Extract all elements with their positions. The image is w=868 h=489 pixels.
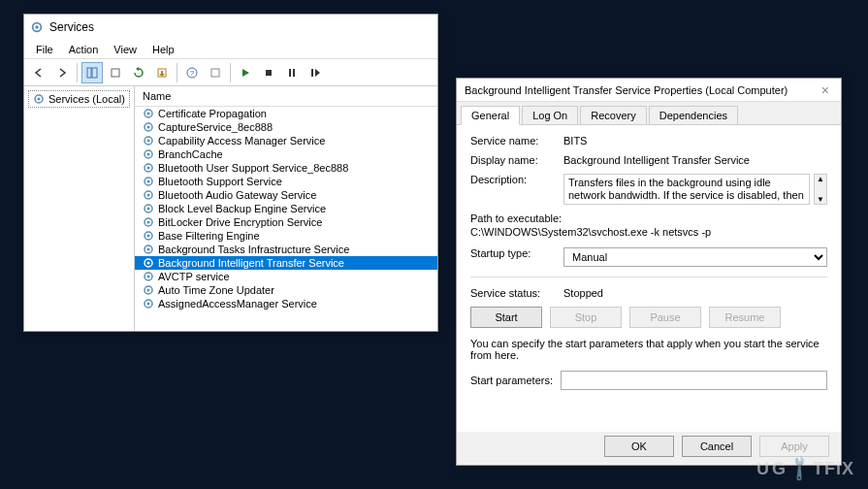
service-row[interactable]: Background Intelligent Transfer Service [135, 256, 437, 270]
back-button[interactable] [28, 62, 49, 83]
watermark: U G 🔧 TFIX [756, 458, 854, 479]
service-name: BitLocker Drive Encryption Service [158, 216, 322, 228]
service-name: Base Filtering Engine [158, 230, 260, 242]
service-row[interactable]: CaptureService_8ec888 [135, 120, 437, 134]
service-row[interactable]: BitLocker Drive Encryption Service [135, 215, 437, 229]
gear-icon [33, 93, 45, 105]
properties-button[interactable] [105, 62, 126, 83]
svg-text:?: ? [190, 69, 195, 78]
services-body: Services (Local) Name Certificate Propag… [24, 86, 437, 331]
svg-rect-4 [112, 69, 119, 77]
service-row[interactable]: Bluetooth User Support Service_8ec888 [135, 161, 437, 175]
service-name: BranchCache [158, 148, 223, 160]
watermark-tfix: TFIX [813, 459, 854, 479]
service-name-value: BITS [563, 135, 827, 147]
gear-icon [143, 162, 154, 174]
description-scrollbar[interactable]: ▲▼ [814, 174, 827, 205]
services-local-node[interactable]: Services (Local) [28, 90, 130, 108]
refresh-button[interactable] [128, 62, 149, 83]
service-status-label: Service status: [470, 287, 563, 299]
restart-button[interactable] [305, 62, 326, 83]
start-button[interactable]: Start [470, 307, 542, 328]
svg-point-28 [147, 194, 150, 197]
tab-recovery[interactable]: Recovery [580, 106, 646, 124]
dialog-body: Service name: BITS Display name: Backgro… [457, 125, 841, 432]
menu-view[interactable]: View [106, 42, 145, 57]
gear-icon [143, 148, 154, 160]
svg-rect-12 [311, 69, 313, 77]
service-name-label: Service name: [470, 135, 563, 147]
divider [470, 277, 827, 277]
service-row[interactable]: Base Filtering Engine [135, 229, 437, 243]
tabs: General Log On Recovery Dependencies [457, 102, 841, 125]
play-button[interactable] [235, 62, 256, 83]
service-row[interactable]: AssignedAccessManager Service [135, 297, 437, 310]
apply-button[interactable]: Apply [759, 436, 829, 457]
service-row[interactable]: AVCTP service [135, 270, 437, 283]
service-name: Background Intelligent Transfer Service [158, 257, 344, 269]
service-name: Capability Access Manager Service [158, 135, 325, 147]
service-row[interactable]: BranchCache [135, 147, 437, 161]
path-value: C:\WINDOWS\System32\svchost.exe -k netsv… [470, 226, 827, 238]
startup-type-select[interactable]: Manual [563, 247, 827, 267]
resume-button[interactable]: Resume [709, 307, 781, 328]
display-name-label: Display name: [470, 154, 563, 166]
menu-help[interactable]: Help [145, 42, 182, 57]
export-button[interactable] [151, 62, 173, 83]
toolbar-separator [177, 63, 177, 82]
menubar: File Action View Help [24, 40, 437, 59]
service-row[interactable]: Bluetooth Audio Gateway Service [135, 188, 437, 202]
service-row[interactable]: Auto Time Zone Updater [135, 283, 437, 297]
svg-rect-11 [293, 69, 295, 77]
stop-button[interactable]: Stop [550, 307, 622, 328]
column-header-name[interactable]: Name [135, 86, 437, 107]
service-name: Bluetooth Audio Gateway Service [158, 189, 316, 201]
svg-point-1 [35, 25, 39, 29]
display-name-value: Background Intelligent Transfer Service [563, 154, 827, 166]
titlebar: Services [24, 15, 437, 40]
startup-type-label: Startup type: [470, 247, 563, 259]
gear-icon [143, 203, 154, 214]
description-label: Description: [470, 174, 563, 185]
help-button[interactable]: ? [181, 62, 203, 83]
pause-button[interactable] [281, 62, 303, 83]
cancel-button[interactable]: Cancel [682, 436, 752, 457]
service-row[interactable]: Bluetooth Support Service [135, 175, 437, 188]
service-row[interactable]: Block Level Backup Engine Service [135, 202, 437, 215]
service-row[interactable]: Certificate Propagation [135, 107, 437, 120]
show-hide-tree-button[interactable] [81, 62, 103, 83]
path-label: Path to executable: [470, 212, 827, 224]
svg-rect-9 [266, 70, 272, 76]
start-parameters-input[interactable] [561, 371, 827, 390]
menu-action[interactable]: Action [61, 42, 107, 57]
service-row[interactable]: Background Tasks Infrastructure Service [135, 243, 437, 256]
service-name: Auto Time Zone Updater [158, 284, 274, 296]
service-row[interactable]: Capability Access Manager Service [135, 134, 437, 147]
gear-icon [143, 257, 154, 269]
svg-point-18 [147, 126, 150, 129]
menu-file[interactable]: File [28, 42, 61, 57]
start-parameters-label: Start parameters: [470, 375, 553, 386]
ok-button[interactable]: OK [604, 436, 674, 457]
svg-point-30 [147, 208, 150, 211]
dialog-titlebar: Background Intelligent Transfer Service … [457, 79, 841, 102]
forward-button[interactable] [51, 62, 73, 83]
services-list-panel: Name Certificate PropagationCaptureServi… [135, 86, 437, 331]
stop-button[interactable] [258, 62, 279, 83]
toolbar-icon[interactable] [205, 62, 226, 83]
tab-logon[interactable]: Log On [522, 106, 578, 124]
gear-icon [143, 271, 154, 282]
services-window: Services File Action View Help ? Service… [23, 14, 438, 332]
pause-button[interactable]: Pause [629, 307, 701, 328]
gear-icon [30, 20, 44, 34]
tab-dependencies[interactable]: Dependencies [649, 106, 738, 124]
close-icon[interactable]: × [818, 82, 833, 98]
service-properties-dialog: Background Intelligent Transfer Service … [456, 78, 842, 466]
service-name: Background Tasks Infrastructure Service [158, 244, 349, 255]
tab-general[interactable]: General [461, 106, 520, 125]
wrench-icon: 🔧 [785, 453, 816, 484]
description-text: Transfers files in the background using … [563, 174, 810, 205]
svg-point-26 [147, 180, 150, 183]
toolbar: ? [24, 59, 437, 86]
svg-rect-8 [211, 69, 219, 77]
